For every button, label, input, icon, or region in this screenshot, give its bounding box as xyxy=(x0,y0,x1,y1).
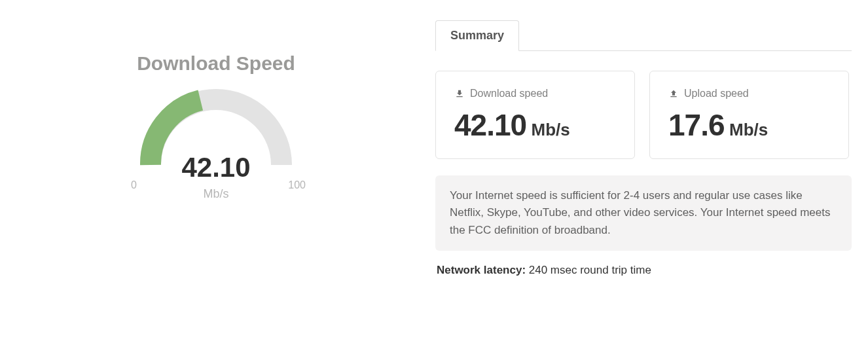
download-card-label: Download speed xyxy=(470,88,548,99)
download-card-header: Download speed xyxy=(454,88,616,99)
gauge-min-label: 0 xyxy=(131,179,137,191)
upload-card-header: Upload speed xyxy=(668,88,830,99)
results-panel: Summary Download speed 42.10 Mb/s Upload… xyxy=(425,20,861,277)
upload-card-label: Upload speed xyxy=(684,88,749,99)
network-latency: Network latency: 240 msec round trip tim… xyxy=(435,264,852,277)
tab-summary[interactable]: Summary xyxy=(435,20,519,51)
tabs: Summary xyxy=(435,20,852,51)
latency-label: Network latency: xyxy=(437,264,526,276)
gauge-panel: Download Speed 42.10 Mb/s 0 100 xyxy=(7,20,425,211)
download-icon xyxy=(454,88,465,99)
download-card-value: 42.10 xyxy=(454,107,526,143)
upload-card-row: 17.6 Mb/s xyxy=(668,107,830,143)
latency-value: 240 msec round trip time xyxy=(529,264,651,276)
upload-card-value: 17.6 xyxy=(668,107,725,143)
upload-card-unit: Mb/s xyxy=(729,120,768,139)
gauge-max-label: 100 xyxy=(288,179,306,191)
download-speed-card: Download speed 42.10 Mb/s xyxy=(435,71,635,159)
gauge-chart: 42.10 Mb/s 0 100 xyxy=(121,80,311,211)
gauge-unit: Mb/s xyxy=(203,187,228,201)
upload-speed-card: Upload speed 17.6 Mb/s xyxy=(649,71,849,159)
download-card-unit: Mb/s xyxy=(532,120,570,139)
gauge-value: 42.10 xyxy=(181,152,250,183)
speed-description: Your Internet speed is sufficient for 2-… xyxy=(435,175,852,251)
download-card-row: 42.10 Mb/s xyxy=(454,107,616,143)
upload-icon xyxy=(668,88,679,99)
speed-cards: Download speed 42.10 Mb/s Upload speed 1… xyxy=(435,71,852,159)
gauge-title: Download Speed xyxy=(137,52,295,75)
